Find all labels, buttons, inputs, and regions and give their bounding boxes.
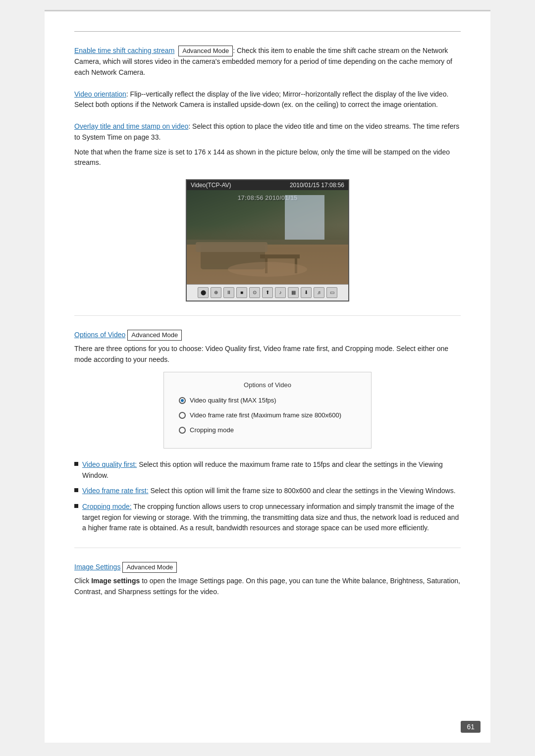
bullet-desc-0: Select this option will reduce the maxim…	[82, 460, 443, 479]
image-settings-bold: Image settings	[91, 577, 140, 585]
ctrl-upload[interactable]: ⬆	[262, 287, 273, 298]
radio-option-cropping[interactable]: Cropping mode	[179, 425, 356, 435]
overlay-title-section: Overlay title and time stamp on video: S…	[74, 121, 461, 168]
bullet-link-1[interactable]: Video frame rate first:	[82, 487, 149, 495]
enable-time-shift-section: Enable time shift caching stream Advance…	[74, 46, 461, 78]
ctrl-pause[interactable]: ⏸	[223, 287, 234, 298]
bullet-desc-2: The cropping function allows users to cr…	[82, 503, 459, 532]
overlay-title-link[interactable]: Overlay title and time stamp on video	[74, 122, 188, 130]
bullet-square-1	[74, 488, 78, 492]
bullet-square-2	[74, 504, 78, 508]
radio-framerate-label: Video frame rate first (Maximum frame si…	[190, 410, 341, 420]
radio-quality-label: Video quality first (MAX 15fps)	[190, 396, 276, 405]
page-number: 61	[461, 721, 481, 733]
video-orientation-desc: : Flip--vertically reflect the display o…	[74, 90, 448, 109]
options-diagram: Options of Video Video quality first (MA…	[163, 372, 372, 449]
ctrl-monitor[interactable]: ▭	[326, 287, 337, 298]
video-frame-container: Video(TCP-AV) 2010/01/15 17:08:56 17:08:…	[74, 179, 461, 302]
ctrl-fullscreen[interactable]: ▦	[288, 287, 299, 298]
svg-rect-4	[196, 242, 268, 252]
bullet-text-0: Video quality first: Select this option …	[82, 459, 461, 481]
ctrl-snapshot[interactable]: ⊙	[249, 287, 260, 298]
ctrl-mic[interactable]: ♬	[314, 287, 324, 298]
top-divider	[74, 31, 461, 32]
radio-option-framerate[interactable]: Video frame rate first (Maximum frame si…	[179, 410, 356, 420]
options-diagram-title: Options of Video	[179, 380, 356, 390]
bullet-text-2: Cropping mode: The cropping function all…	[82, 502, 461, 534]
options-description: There are three options for you to choos…	[74, 344, 461, 365]
ctrl-zoom[interactable]: ⊕	[211, 287, 221, 298]
video-orientation-section: Video orientation: Flip--vertically refl…	[74, 89, 461, 110]
options-of-video-link[interactable]: Options of Video	[74, 330, 125, 341]
advanced-mode-badge-3: Advanced Mode	[122, 562, 177, 573]
bullet-desc-1: Select this option will limit the frame …	[149, 487, 456, 495]
advanced-mode-badge-1: Advanced Mode	[178, 46, 233, 56]
radio-framerate-circle	[179, 412, 186, 419]
video-screen: 17:08:56 2010/01/15	[187, 190, 348, 284]
radio-quality-circle	[179, 397, 186, 404]
image-settings-link[interactable]: Image Settings	[74, 562, 120, 573]
ctrl-record[interactable]: ⬤	[198, 287, 209, 298]
svg-rect-5	[260, 254, 300, 258]
svg-point-8	[228, 262, 307, 277]
advanced-mode-badge-2: Advanced Mode	[127, 330, 182, 341]
video-titlebar: Video(TCP-AV) 2010/01/15 17:08:56	[187, 180, 348, 190]
bullet-square-0	[74, 462, 78, 466]
page-container: Enable time shift caching stream Advance…	[45, 10, 490, 743]
bullet-text-1: Video frame rate first: Select this opti…	[82, 486, 456, 497]
ctrl-stop[interactable]: ■	[236, 287, 247, 298]
overlay-title-note: Note that when the frame size is set to …	[74, 147, 461, 168]
ctrl-download[interactable]: ⬇	[301, 287, 312, 298]
separator-1	[74, 315, 461, 316]
separator-2	[74, 548, 461, 548]
options-heading: Options of Video Advanced Mode	[74, 330, 461, 341]
bullet-link-0[interactable]: Video quality first:	[82, 460, 137, 468]
radio-cropping-label: Cropping mode	[190, 425, 234, 435]
ctrl-speaker[interactable]: ♪	[275, 287, 286, 298]
bullet-list: Video quality first: Select this option …	[74, 459, 461, 534]
video-frame: Video(TCP-AV) 2010/01/15 17:08:56 17:08:…	[186, 179, 349, 302]
video-title-left: Video(TCP-AV)	[191, 182, 231, 189]
enable-time-shift-link[interactable]: Enable time shift caching stream	[74, 47, 174, 54]
bullet-item-2: Cropping mode: The cropping function all…	[74, 502, 461, 534]
image-settings-desc: Click Image settings to open the Image S…	[74, 576, 461, 597]
video-title-right: 2010/01/15 17:08:56	[290, 182, 344, 189]
image-settings-prefix: Click	[74, 577, 91, 585]
video-orientation-link[interactable]: Video orientation	[74, 90, 126, 98]
options-of-video-section: Options of Video Advanced Mode There are…	[74, 330, 461, 449]
video-controls: ⬤ ⊕ ⏸ ■ ⊙ ⬆ ♪ ▦ ⬇ ♬ ▭	[187, 284, 348, 301]
bullet-link-2[interactable]: Cropping mode:	[82, 503, 132, 510]
radio-cropping-circle	[179, 427, 186, 434]
svg-rect-2	[285, 195, 324, 240]
image-settings-section: Image Settings Advanced Mode Click Image…	[74, 562, 461, 598]
bullet-item-0: Video quality first: Select this option …	[74, 459, 461, 481]
bullet-item-1: Video frame rate first: Select this opti…	[74, 486, 461, 497]
image-settings-heading: Image Settings Advanced Mode	[74, 562, 461, 573]
radio-option-quality[interactable]: Video quality first (MAX 15fps)	[179, 396, 356, 405]
video-scene-svg	[187, 190, 348, 284]
